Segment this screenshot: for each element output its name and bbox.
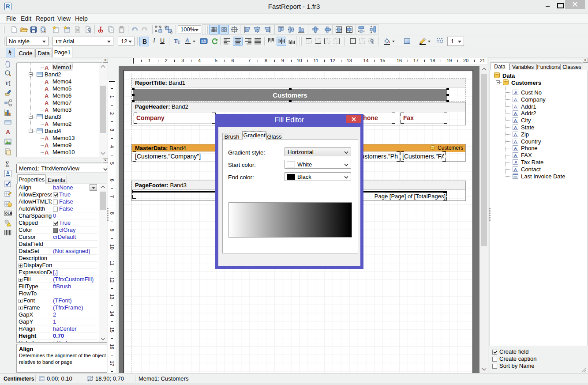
svg-text:Σ: Σ (5, 160, 9, 168)
svg-text:ab: ab (201, 39, 206, 44)
svg-text:A: A (185, 38, 189, 44)
svg-text:T: T (177, 40, 180, 45)
svg-text:A: A (6, 170, 9, 175)
svg-text:OLE: OLE (5, 211, 12, 215)
svg-text:A: A (6, 128, 10, 136)
svg-text:T: T (5, 80, 9, 87)
